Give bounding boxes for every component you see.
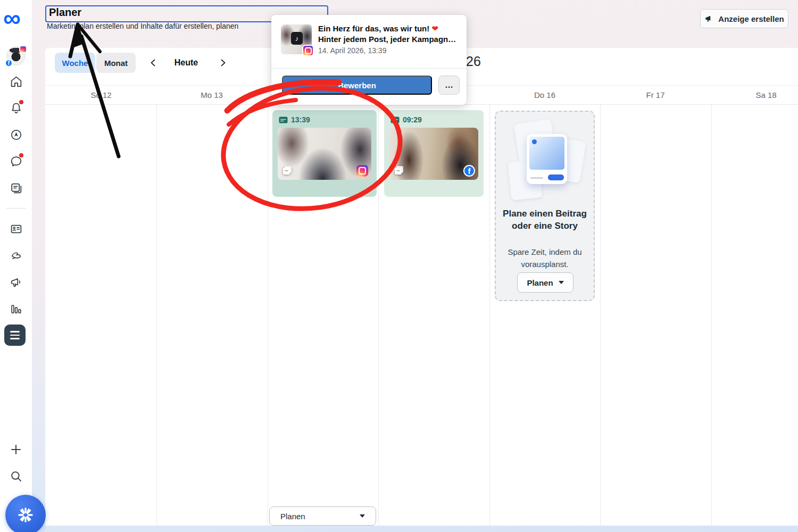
chevron-left-icon [149, 59, 157, 66]
sidebar-item-notifications[interactable] [5, 97, 27, 119]
tab-month[interactable]: Monat [96, 53, 136, 73]
multi-post-icon [282, 165, 293, 176]
column-divider [489, 105, 490, 526]
content-icon [10, 181, 23, 195]
page-title: Planer [49, 6, 81, 19]
today-button[interactable]: Heute [167, 53, 206, 73]
caret-down-icon [360, 514, 365, 518]
tab-week[interactable]: Woche [55, 53, 95, 73]
day-header: Sa 18 [734, 90, 798, 99]
plus-icon [10, 443, 22, 456]
post-preview-popup: ♪ Ein Herz für das, was wir tun! ❤ Hinte… [271, 15, 467, 105]
create-ad-button[interactable]: Anzeige erstellen [700, 9, 788, 28]
business-avatar[interactable]: f [7, 47, 25, 65]
column-divider [711, 105, 712, 526]
promo-planen-dropdown[interactable]: Planen [517, 272, 573, 293]
boost-post-button[interactable]: Bewerben [282, 76, 432, 95]
post-type-icon [279, 117, 288, 123]
day-header: Do 16 [513, 90, 577, 99]
planner-calendar: Woche Monat Heute 26 So 12 Mo 13 Di 14 M… [45, 48, 798, 526]
notification-dot [19, 100, 23, 104]
post-time: 13:39 [291, 115, 310, 124]
contact-card-icon [10, 222, 23, 236]
promo-title: Plane einen Beitrag oder eine Story [500, 207, 589, 232]
sidebar-item-page-info[interactable] [5, 218, 27, 239]
popup-timestamp: 14. April 2026, 13:39 [318, 46, 386, 55]
popup-divider [271, 68, 467, 69]
facebook-badge-icon: f [5, 59, 13, 67]
notification-dot [19, 153, 23, 157]
post-thumbnail [278, 128, 371, 180]
sidebar-divider [6, 208, 26, 209]
post-time: 09:29 [403, 115, 422, 124]
scheduled-post[interactable]: 09:29 f [384, 110, 484, 197]
chevron-right-icon [219, 59, 227, 66]
popup-thumbnail: ♪ [281, 24, 312, 54]
column-divider [378, 105, 379, 526]
day-header: Fr 17 [624, 90, 687, 99]
instagram-icon [356, 165, 368, 177]
day-header: Mo 13 [180, 90, 244, 99]
hand-gesture-icon [10, 248, 23, 262]
column-divider [156, 105, 157, 526]
search-icon [10, 470, 23, 483]
instagram-icon [302, 45, 314, 56]
meta-ai-icon [16, 505, 35, 525]
prev-week-button[interactable] [143, 53, 164, 73]
home-icon [10, 75, 23, 88]
column-divider [268, 105, 268, 526]
hamburger-icon [10, 331, 20, 332]
boost-icon [10, 128, 23, 142]
caret-down-icon [559, 281, 564, 284]
sidebar-item-home[interactable] [5, 71, 27, 92]
instagram-badge-icon [19, 45, 27, 53]
meta-ai-button[interactable] [5, 495, 46, 532]
page-subtitle: Marketingplan erstellen und Inhalte dafü… [47, 22, 238, 30]
sidebar-item-ads[interactable] [5, 271, 27, 293]
sidebar-item-boost[interactable] [5, 124, 27, 145]
next-week-button[interactable] [212, 53, 234, 73]
bottom-planen-dropdown[interactable]: Planen [269, 506, 376, 526]
multi-post-icon [394, 165, 404, 176]
illustration-button [548, 174, 564, 180]
column-divider [600, 105, 601, 526]
scheduled-post-selected[interactable]: 13:39 [272, 110, 377, 197]
promo-subtitle: Spare Zeit, indem du vorausplanst. [502, 246, 587, 270]
sidebar-item-all-tools[interactable] [4, 325, 26, 346]
sidebar-item-search[interactable] [5, 466, 27, 487]
sidebar-item-add[interactable] [5, 439, 27, 460]
sidebar-item-insights[interactable] [5, 298, 27, 319]
sidebar-item-creator[interactable] [5, 244, 27, 265]
illustration-dot [532, 139, 537, 144]
sidebar: ∞ f [0, 0, 32, 532]
megaphone-icon [704, 14, 714, 23]
date-range-heading-fragment: 26 [466, 54, 481, 69]
heart-icon: ❤ [431, 24, 438, 33]
illustration-post-card [527, 134, 567, 184]
day-header: So 12 [69, 90, 133, 99]
post-type-icon [390, 117, 400, 123]
megaphone-icon [10, 276, 23, 289]
sidebar-item-messages[interactable] [5, 151, 27, 172]
facebook-icon: f [463, 165, 475, 177]
post-thumbnail: f [389, 128, 478, 180]
more-options-button[interactable]: … [438, 76, 460, 95]
sidebar-item-content[interactable] [5, 177, 27, 198]
meta-logo-icon[interactable]: ∞ [3, 5, 20, 31]
insights-bars-icon [10, 302, 23, 315]
popup-post-title: Ein Herz für das, was wir tun! ❤ Hinter … [318, 23, 460, 45]
plan-post-promo-card: Plane einen Beitrag oder eine Story Spar… [495, 111, 595, 301]
sticker-overlay-icon: ♪ [291, 32, 303, 45]
